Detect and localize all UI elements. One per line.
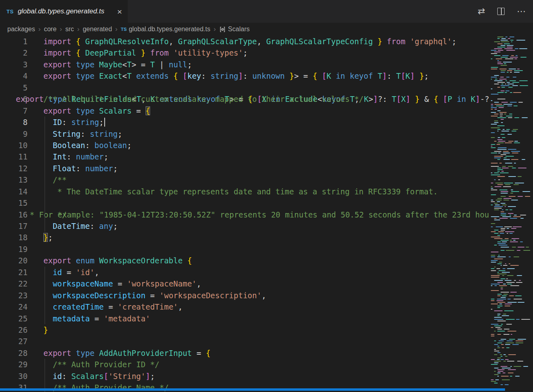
minimap[interactable] bbox=[491, 37, 530, 390]
breadcrumb-item-global-db-types-generated-ts[interactable]: TSglobal.db.types.generated.ts bbox=[121, 26, 211, 33]
line-number[interactable]: 2 bbox=[0, 47, 28, 58]
code-line[interactable]: 15 * For example: "1985-04-12T23:20:50.5… bbox=[0, 197, 490, 209]
line-number[interactable]: 22 bbox=[0, 278, 28, 289]
minimap-line bbox=[491, 248, 530, 249]
code-line[interactable]: 16 */ bbox=[0, 209, 490, 220]
code-line[interactable]: 21 id = 'id', bbox=[0, 267, 490, 278]
minimap-line bbox=[491, 100, 530, 101]
code-line[interactable]: 13 /** bbox=[0, 174, 490, 185]
minimap-line bbox=[491, 292, 530, 293]
line-number[interactable]: 19 bbox=[0, 243, 28, 255]
code-line[interactable]: 12 Float: number; bbox=[0, 163, 490, 174]
code-line[interactable]: 23 workspaceDescription = 'workspaceDesc… bbox=[0, 290, 490, 301]
line-number[interactable]: 8 bbox=[0, 116, 28, 128]
minimap-line bbox=[491, 141, 530, 142]
line-number[interactable]: 4 bbox=[0, 70, 28, 82]
line-number[interactable]: 20 bbox=[0, 255, 28, 266]
minimap-line bbox=[491, 52, 530, 52]
horizontal-scrollbar[interactable] bbox=[0, 388, 505, 391]
line-number[interactable]: 12 bbox=[0, 163, 28, 174]
code-line[interactable]: 28export type AddAuthProviderInput = { bbox=[0, 347, 490, 359]
minimap-line bbox=[491, 351, 530, 351]
code-line[interactable]: 1import { GraphQLResolveInfo, GraphQLSca… bbox=[0, 36, 490, 47]
open-changes-icon[interactable]: ⇄ bbox=[478, 6, 485, 17]
minimap-line bbox=[491, 312, 530, 313]
code-line[interactable]: 22 workspaceName = 'workspaceName', bbox=[0, 278, 490, 289]
code-line[interactable]: 24 createdTime = 'createdTime', bbox=[0, 301, 490, 312]
minimap-line bbox=[491, 366, 530, 367]
indent-guide bbox=[45, 278, 45, 289]
line-number[interactable]: 25 bbox=[0, 313, 28, 324]
line-number[interactable]: 29 bbox=[0, 359, 28, 370]
breadcrumb-item-generated[interactable]: generated bbox=[83, 26, 112, 33]
code-line[interactable]: 20export enum WorkspaceOrderable { bbox=[0, 255, 490, 266]
code-line[interactable]: 18}; bbox=[0, 232, 490, 243]
indent-guide bbox=[45, 209, 45, 220]
minimap-line bbox=[491, 116, 530, 116]
line-number[interactable]: 6 bbox=[0, 93, 28, 105]
line-number[interactable]: 9 bbox=[0, 128, 28, 140]
minimap-line bbox=[491, 121, 530, 121]
line-number[interactable]: 16 bbox=[0, 209, 28, 220]
code-line[interactable]: 10 Boolean: boolean; bbox=[0, 140, 490, 151]
line-number[interactable]: 21 bbox=[0, 267, 28, 278]
line-number[interactable]: 7 bbox=[0, 105, 28, 116]
line-number[interactable]: 28 bbox=[0, 347, 28, 359]
minimap-line bbox=[491, 139, 530, 140]
minimap-line bbox=[491, 215, 530, 215]
code-region[interactable]: 1import { GraphQLResolveInfo, GraphQLSca… bbox=[0, 36, 490, 392]
code-line[interactable]: 25 metadata = 'metadata' bbox=[0, 313, 490, 324]
line-number[interactable]: 14 bbox=[0, 186, 28, 197]
code-text: createdTime = 'createdTime', bbox=[28, 301, 183, 312]
line-number[interactable]: 15 bbox=[0, 197, 28, 209]
minimap-line bbox=[491, 256, 530, 257]
editor[interactable]: 1import { GraphQLResolveInfo, GraphQLSca… bbox=[0, 36, 533, 392]
line-number[interactable]: 23 bbox=[0, 290, 28, 301]
minimap-line bbox=[491, 383, 530, 383]
code-text: /** All built-in and custom scalars, map… bbox=[28, 93, 363, 105]
code-line[interactable]: 2import { DeepPartial } from 'utility-ty… bbox=[0, 47, 490, 58]
code-text: } bbox=[28, 324, 48, 336]
code-line[interactable]: 8 ID: string; bbox=[0, 116, 490, 128]
line-number[interactable]: 10 bbox=[0, 140, 28, 151]
indent-guide bbox=[45, 174, 45, 185]
code-line[interactable]: 14 * The DateTime scalar type represents… bbox=[0, 186, 490, 197]
split-editor-icon[interactable] bbox=[497, 8, 505, 15]
minimap-line bbox=[491, 231, 530, 232]
minimap-line bbox=[491, 268, 530, 269]
breadcrumb-item-scalars[interactable]: Scalars bbox=[219, 26, 249, 33]
minimap-line bbox=[491, 368, 530, 368]
code-line[interactable]: 17 DateTime: any; bbox=[0, 220, 490, 232]
code-line[interactable]: 4export type Exact<T extends { [key: str… bbox=[0, 70, 490, 82]
code-line[interactable]: 7export type Scalars = { bbox=[0, 105, 490, 116]
code-line[interactable]: 30 id: Scalars['String']; bbox=[0, 370, 490, 382]
line-number[interactable]: 3 bbox=[0, 59, 28, 70]
code-line[interactable]: 3export type Maybe<T> = T | null; bbox=[0, 59, 490, 70]
breadcrumb-item-src[interactable]: src bbox=[65, 26, 74, 33]
line-number[interactable]: 1 bbox=[0, 36, 28, 47]
minimap-line bbox=[491, 45, 530, 46]
code-line[interactable]: 11 Int: number; bbox=[0, 151, 490, 162]
breadcrumb-item-packages[interactable]: packages bbox=[7, 26, 35, 33]
code-line[interactable]: 5export type RequireFields<T, K extends … bbox=[0, 82, 490, 93]
line-number[interactable]: 11 bbox=[0, 151, 28, 162]
line-number[interactable]: 27 bbox=[0, 336, 28, 347]
line-number[interactable]: 5 bbox=[0, 82, 28, 93]
code-line[interactable]: 19 bbox=[0, 243, 490, 255]
code-line[interactable]: 27 bbox=[0, 336, 490, 347]
code-line[interactable]: 6/** All built-in and custom scalars, ma… bbox=[0, 93, 490, 105]
tab-global-db-types-generated-ts[interactable]: TS global.db.types.generated.ts × bbox=[0, 0, 128, 23]
code-line[interactable]: 26} bbox=[0, 324, 490, 336]
minimap-line bbox=[491, 38, 530, 39]
line-number[interactable]: 24 bbox=[0, 301, 28, 312]
code-line[interactable]: 29 /** Auth Provider ID */ bbox=[0, 359, 490, 370]
breadcrumb-item-core[interactable]: core bbox=[44, 26, 56, 33]
line-number[interactable]: 26 bbox=[0, 324, 28, 336]
close-icon[interactable]: × bbox=[117, 7, 122, 16]
code-line[interactable]: 9 String: string; bbox=[0, 128, 490, 140]
more-actions-icon[interactable]: ⋯ bbox=[517, 6, 526, 17]
line-number[interactable]: 17 bbox=[0, 220, 28, 232]
line-number[interactable]: 13 bbox=[0, 174, 28, 185]
line-number[interactable]: 18 bbox=[0, 232, 28, 243]
line-number[interactable]: 30 bbox=[0, 370, 28, 382]
